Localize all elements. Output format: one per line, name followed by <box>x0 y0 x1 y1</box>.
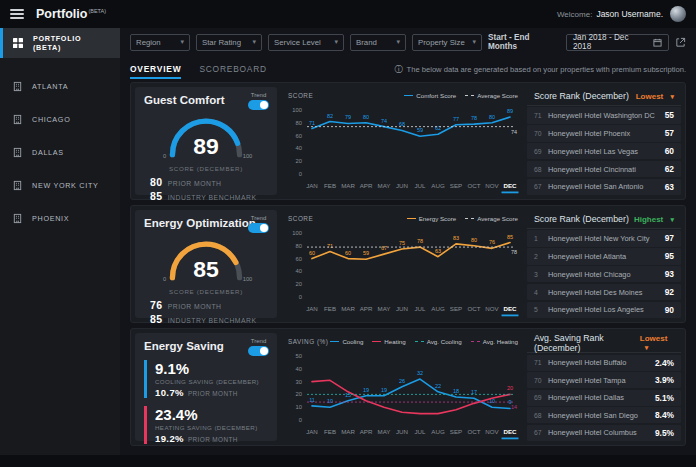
prior-value: 19.2% <box>155 433 184 444</box>
rank-row[interactable]: 69Honeywell Hotel Dallas5.1% <box>527 390 681 406</box>
svg-text:10: 10 <box>296 404 302 410</box>
filter-dropdown-star-rating[interactable]: Star Rating▾ <box>196 34 262 51</box>
rank-value: 8.4% <box>655 410 674 420</box>
hotel-name: Honeywell Hotel Tampa <box>548 376 651 385</box>
filter-dropdown-service-level[interactable]: Service Level▾ <box>268 34 344 51</box>
rank-row[interactable]: 67Honeywell Hotel Columbus9.5% <box>527 425 681 441</box>
rank-row[interactable]: 68Honeywell Hotel San Diego8.4% <box>527 407 681 423</box>
trend-toggle[interactable] <box>248 100 269 110</box>
svg-text:78: 78 <box>511 249 517 255</box>
prior-label: PRIOR MONTH <box>188 390 238 397</box>
chart-header: SCOREComfort ScoreAverage Score <box>282 89 522 102</box>
sidebar-item-new-york-city[interactable]: NEW YORK CITY <box>0 169 120 202</box>
username-text: Jason Username. <box>596 9 663 19</box>
svg-text:MAY: MAY <box>378 182 391 189</box>
svg-text:71: 71 <box>327 243 333 249</box>
svg-text:100: 100 <box>292 107 302 113</box>
trend-toggle[interactable] <box>248 223 269 233</box>
hotel-name: Honeywell Hotel Las Vegas <box>548 147 661 156</box>
sidebar-item-dallas[interactable]: DALLAS <box>0 136 120 169</box>
trend-toggle[interactable] <box>248 346 269 356</box>
rank-row[interactable]: 68Honeywell Hotel Cincinnati62 <box>527 161 681 177</box>
rank-value: 62 <box>665 164 674 174</box>
saving-value: 23.4% <box>155 406 268 423</box>
chevron-down-icon: ▾ <box>670 216 674 223</box>
svg-text:FEB: FEB <box>324 182 336 189</box>
hotel-name: Honeywell Hotel Phoenix <box>548 129 661 138</box>
rank-sort-toggle[interactable]: Lowest ▾ <box>636 92 674 101</box>
svg-text:18: 18 <box>453 388 459 394</box>
menu-icon[interactable] <box>10 9 24 19</box>
svg-text:NOV: NOV <box>485 428 499 435</box>
legend-swatch <box>465 95 474 96</box>
sidebar-item-label: NEW YORK CITY <box>32 181 98 190</box>
svg-text:40: 40 <box>296 268 302 274</box>
svg-text:80: 80 <box>471 237 477 243</box>
metric-card-guest-comfort: Guest ComfortTrend890100SCORE (DECEMBER)… <box>135 87 277 195</box>
date-range-label: Start - End Months <box>488 33 560 51</box>
svg-text:78: 78 <box>471 115 477 121</box>
rank-row[interactable]: 71Honeywell Hotel Buffalo2.4% <box>527 355 681 371</box>
rank-panel: Score Rank (December)Highest ▾1Honeywell… <box>527 210 681 318</box>
legend-item-heating: Heating <box>372 338 405 345</box>
svg-text:76: 76 <box>489 239 495 245</box>
hotel-name: Honeywell Hotel Dallas <box>548 393 651 402</box>
rank-row[interactable]: 70Honeywell Hotel Tampa3.9% <box>527 372 681 388</box>
rank-row[interactable]: 70Honeywell Hotel Phoenix57 <box>527 125 681 141</box>
filter-dropdown-region[interactable]: Region▾ <box>130 34 190 51</box>
rank-row[interactable]: 4Honeywell Hotel Des Moines92 <box>527 284 681 300</box>
svg-text:OCT: OCT <box>467 182 480 189</box>
rank-number: 2 <box>534 253 548 260</box>
svg-text:JUN: JUN <box>396 182 408 189</box>
sidebar-item-portfolio-beta[interactable]: PORTFOLIO (BETA) <box>0 28 120 58</box>
svg-text:80: 80 <box>296 243 302 249</box>
chevron-down-icon: ▾ <box>645 344 649 351</box>
rank-number: 4 <box>534 289 548 296</box>
date-range-input[interactable]: Jan 2018 - Dec 2018 <box>566 34 669 51</box>
rank-row[interactable]: 67Honeywell Hotel San Antonio63 <box>527 179 681 195</box>
svg-text:80: 80 <box>363 114 369 120</box>
avatar[interactable] <box>670 6 686 22</box>
main-content: Region▾Star Rating▾Service Level▾Brand▾P… <box>120 28 696 455</box>
chart-header: SCOREEnergy ScoreAverage Score <box>282 212 522 225</box>
tab-overview[interactable]: OVERVIEW <box>130 64 181 79</box>
svg-text:100: 100 <box>243 153 253 159</box>
filter-dropdown-property-size[interactable]: Property Size▾ <box>412 34 482 51</box>
sidebar-item-atlanta[interactable]: ATLANTA <box>0 70 120 103</box>
app-logo: Portfolio(BETA) <box>36 7 106 21</box>
rank-sort-toggle[interactable]: Lowest ▾ <box>640 334 674 352</box>
rank-row[interactable]: 69Honeywell Hotel Las Vegas60 <box>527 143 681 159</box>
hotel-name: Honeywell Hotel Atlanta <box>548 252 661 261</box>
rank-row[interactable]: 1Honeywell Hotel New York City97 <box>527 230 681 246</box>
rank-row[interactable]: 2Honeywell Hotel Atlanta95 <box>527 248 681 264</box>
saving-metric-cooling-saving-december: 9.1%COOLING SAVING (DECEMBER)10.7%PRIOR … <box>144 360 268 398</box>
rank-value: 90 <box>665 305 674 315</box>
filter-dropdown-brand[interactable]: Brand▾ <box>350 34 406 51</box>
energy-saving-trend-chart: 01020304050JANFEBMARAPRMAYJUNJULAUGSEPOC… <box>282 348 522 448</box>
export-icon[interactable] <box>675 37 686 48</box>
date-range-value: Jan 2018 - Dec 2018 <box>573 33 648 51</box>
dashboard-row-guest-comfort: Guest ComfortTrend890100SCORE (DECEMBER)… <box>130 82 686 200</box>
sidebar-item-label: PORTFOLIO (BETA) <box>33 34 111 52</box>
legend-swatch <box>372 341 381 342</box>
svg-text:AUG: AUG <box>431 428 445 435</box>
rank-sort-toggle[interactable]: Highest ▾ <box>634 215 674 224</box>
tab-scoreboard[interactable]: SCOREBOARD <box>199 64 267 79</box>
svg-text:10: 10 <box>327 398 333 404</box>
svg-text:JUN: JUN <box>396 428 408 435</box>
rank-row[interactable]: 71Honeywell Hotel Washington DC55 <box>527 107 681 123</box>
app-window: Portfolio(BETA) Welcome: Jason Username.… <box>0 0 696 467</box>
sidebar-item-chicago[interactable]: CHICAGO <box>0 103 120 136</box>
svg-text:JAN: JAN <box>306 182 318 189</box>
rank-row[interactable]: 5Honeywell Hotel Los Angeles90 <box>527 302 681 318</box>
rank-value: 55 <box>665 110 674 120</box>
legend-swatch <box>415 341 424 342</box>
sidebar-item-phoenix[interactable]: PHOENIX <box>0 202 120 235</box>
legend-item-cooling: Cooling <box>330 338 363 345</box>
rank-row[interactable]: 3Honeywell Hotel Chicago93 <box>527 266 681 282</box>
gauge-wrap: 850100 <box>144 230 268 291</box>
top-bar: Portfolio(BETA) Welcome: Jason Username. <box>0 0 696 28</box>
hotel-name: Honeywell Hotel San Diego <box>548 411 651 420</box>
svg-text:MAR: MAR <box>341 428 355 435</box>
prior-value: 10.7% <box>155 387 184 398</box>
